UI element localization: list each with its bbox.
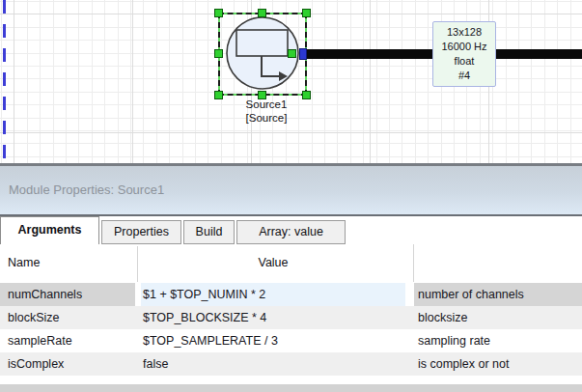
source-module-block[interactable] [218, 13, 307, 96]
resize-handle-mid-left[interactable] [214, 49, 223, 58]
resize-handle-top-center[interactable] [258, 9, 266, 17]
resize-handle-top-left[interactable] [214, 9, 223, 17]
arg-name[interactable]: numChannels [0, 283, 135, 306]
arg-value[interactable]: $1 + $TOP_NUMIN * 2 [141, 283, 405, 306]
arg-name[interactable]: blockSize [0, 306, 135, 329]
panel-title-bar[interactable]: Module Properties: Source1 [0, 166, 582, 216]
column-separator-2[interactable] [413, 244, 414, 282]
tab-strip: Arguments Properties Build Array: value [0, 216, 582, 244]
arg-description: sampling rate [414, 329, 582, 352]
table-row-iscomplex[interactable]: isComplex false is complex or not [0, 352, 582, 376]
arg-description: number of channels [414, 283, 582, 306]
module-type-label: [Source] [189, 111, 344, 125]
arg-name[interactable]: sampleRate [0, 329, 135, 352]
tab-properties[interactable]: Properties [101, 220, 181, 244]
arg-description: is complex or not [414, 352, 582, 376]
module-name-label: Source1 [189, 98, 344, 111]
resize-handle-mid-right[interactable] [288, 49, 296, 58]
table-header: Name Value [0, 246, 582, 283]
panel-bottom-edge [0, 384, 582, 392]
wire-id: #4 [433, 69, 495, 83]
column-header-value: Value [141, 246, 405, 279]
output-pin[interactable] [299, 48, 307, 60]
table-row-numchannels[interactable]: numChannels $1 + $TOP_NUMIN * 2 number o… [0, 283, 582, 306]
arg-description: blocksize [414, 306, 582, 329]
wire-data-type: float [433, 54, 495, 69]
schematic-canvas[interactable]: Source1 [Source] 13x128 16000 Hz float #… [0, 0, 582, 164]
wire-sample-rate: 16000 Hz [433, 40, 495, 54]
tab-array-value[interactable]: Array: value [236, 220, 346, 244]
panel-title: Module Properties: Source1 [0, 166, 582, 214]
column-header-name: Name [8, 246, 40, 279]
table-row-blocksize[interactable]: blockSize $TOP_BLOCKSIZE * 4 blocksize [0, 306, 582, 329]
arg-value[interactable]: false [141, 352, 405, 376]
arg-value[interactable]: $TOP_SAMPLERATE / 3 [141, 329, 405, 352]
tab-build[interactable]: Build [183, 220, 235, 244]
resize-handle-top-right[interactable] [302, 9, 311, 17]
wire-info-label[interactable]: 13x128 16000 Hz float #4 [432, 21, 496, 87]
arg-value[interactable]: $TOP_BLOCKSIZE * 4 [141, 306, 405, 329]
column-separator-1[interactable] [137, 246, 138, 282]
wire-dimensions: 13x128 [433, 25, 495, 40]
module-caption: Source1 [Source] [189, 98, 344, 125]
canvas-boundary-guide [3, 0, 6, 158]
app-window: Source1 [Source] 13x128 16000 Hz float #… [0, 0, 582, 392]
arg-name[interactable]: isComplex [0, 352, 135, 376]
tab-arguments[interactable]: Arguments [0, 216, 99, 244]
table-row-samplerate[interactable]: sampleRate $TOP_SAMPLERATE / 3 sampling … [0, 329, 582, 352]
